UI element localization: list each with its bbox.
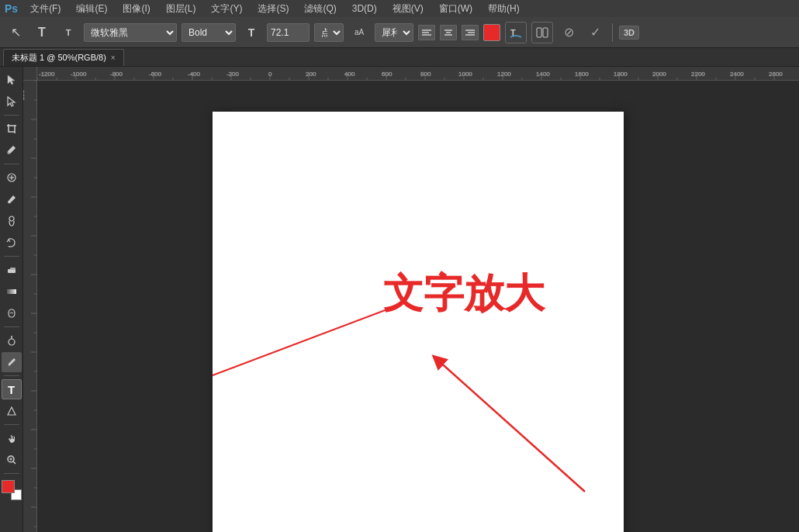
svg-text:2200: 2200 (691, 71, 705, 78)
svg-text:-200: -200 (23, 89, 26, 102)
svg-line-120 (213, 309, 387, 375)
anti-alias-select[interactable]: 犀利 (375, 23, 413, 42)
svg-rect-91 (23, 81, 37, 532)
svg-point-21 (9, 216, 14, 221)
svg-text:200: 200 (306, 71, 316, 78)
toolbar-divider (612, 23, 613, 42)
svg-point-17 (7, 152, 9, 154)
text-size-btn[interactable]: T (57, 22, 79, 43)
vertical-ruler: -200 0 (23, 81, 37, 532)
char-panel-btn[interactable] (531, 22, 553, 43)
tab-close-btn[interactable]: × (111, 54, 116, 62)
ruler-area: -1200 -1000 -800 -600 -400 (23, 67, 799, 532)
color-tools (2, 480, 22, 500)
align-center-btn[interactable] (440, 25, 457, 40)
text-tool-left-btn[interactable]: T (2, 379, 22, 399)
gradient-tool-btn[interactable] (2, 282, 22, 302)
history-brush-btn[interactable] (2, 233, 22, 253)
left-toolbar: T (0, 67, 23, 532)
tool-divider-4 (4, 326, 19, 327)
tool-divider-1 (4, 115, 19, 116)
svg-text:1000: 1000 (458, 71, 472, 78)
menu-image[interactable]: 图像(I) (119, 1, 153, 17)
menu-filter[interactable]: 滤镜(Q) (301, 1, 339, 17)
svg-point-25 (9, 339, 15, 345)
svg-text:1200: 1200 (497, 71, 511, 78)
eyedropper-tool-btn[interactable] (2, 140, 22, 161)
svg-rect-11 (543, 28, 548, 37)
hand-tool-btn[interactable] (2, 428, 22, 448)
svg-line-28 (13, 461, 16, 464)
menu-edit[interactable]: 编辑(E) (73, 1, 110, 17)
annotation-arrow (213, 112, 624, 532)
h-ruler-svg: -1200 -1000 -800 -600 -400 (37, 67, 799, 81)
main-area: T (0, 67, 799, 532)
svg-rect-12 (9, 126, 15, 132)
svg-text:-600: -600 (149, 71, 162, 78)
3d-toggle-btn[interactable]: 3D (619, 26, 639, 40)
ps-logo: Ps (5, 2, 18, 15)
svg-text:0: 0 (268, 71, 272, 78)
document-canvas[interactable]: 文字放大 (213, 112, 624, 532)
menu-text[interactable]: 文字(Y) (208, 1, 245, 17)
tool-divider-7 (4, 473, 19, 474)
svg-text:-800: -800 (110, 71, 123, 78)
font-family-select[interactable]: 微软雅黑 (84, 23, 177, 42)
zoom-tool-btn[interactable] (2, 450, 22, 470)
canvas-text[interactable]: 文字放大 (383, 267, 545, 321)
svg-text:-1000: -1000 (71, 71, 87, 78)
svg-text:800: 800 (420, 71, 431, 78)
menu-layer[interactable]: 图层(L) (163, 1, 199, 17)
align-left-btn[interactable] (418, 25, 435, 40)
canvas-scroll[interactable]: 文字放大 (37, 81, 799, 532)
menu-3d[interactable]: 3D(D) (349, 2, 380, 16)
foreground-color[interactable] (2, 480, 15, 493)
menu-help[interactable]: 帮助(H) (485, 1, 523, 17)
ruler-corner (23, 67, 37, 81)
pen-tool-btn[interactable] (2, 352, 22, 372)
svg-rect-10 (537, 28, 541, 37)
font-style-select[interactable]: Bold (182, 23, 236, 42)
path-select-left-btn[interactable] (2, 401, 22, 421)
document-tab[interactable]: 未标题 1 @ 50%(RGB/8) × (3, 49, 124, 66)
crop-tool-btn[interactable] (2, 119, 22, 139)
cancel-btn[interactable]: ⊘ (558, 22, 579, 43)
direct-select-tool-btn[interactable] (2, 92, 22, 112)
dodge-tool-btn[interactable] (2, 330, 22, 351)
menu-window[interactable]: 窗口(W) (436, 1, 476, 17)
menu-file[interactable]: 文件(F) (27, 1, 64, 17)
text-color-swatch[interactable] (483, 24, 500, 41)
align-right-btn[interactable] (462, 25, 479, 40)
font-size-input[interactable] (267, 23, 310, 42)
tool-divider-2 (4, 164, 19, 164)
svg-text:400: 400 (344, 71, 355, 78)
canvas-background: 文字放大 (108, 96, 728, 532)
tool-divider-5 (4, 375, 19, 376)
svg-rect-23 (10, 268, 16, 270)
ruler-row-top: -1200 -1000 -800 -600 -400 (23, 67, 799, 81)
clone-tool-btn[interactable] (2, 211, 22, 231)
menu-select[interactable]: 选择(S) (254, 1, 292, 17)
canvas-drawing-area: 文字放大 (37, 81, 799, 532)
horizontal-ruler: -1200 -1000 -800 -600 -400 (37, 67, 799, 81)
text-tool-btn[interactable]: T (31, 22, 53, 43)
confirm-btn[interactable]: ✓ (584, 22, 606, 43)
tool-divider-3 (4, 256, 19, 257)
move-tool-btn[interactable]: ↖ (5, 22, 26, 43)
brush-tool-btn[interactable] (2, 189, 22, 209)
svg-line-119 (438, 360, 585, 492)
svg-text:2400: 2400 (730, 71, 744, 78)
heal-tool-btn[interactable] (2, 168, 22, 188)
options-toolbar: ↖ T T 微软雅黑 Bold T 点 aA 犀利 T ⊘ ✓ 3D (0, 17, 799, 48)
blur-tool-btn[interactable] (2, 303, 22, 323)
select-tool-btn[interactable] (2, 70, 22, 90)
anti-alias-icon: aA (348, 22, 370, 43)
font-size-icon: T (240, 22, 262, 43)
warp-text-btn[interactable]: T (505, 22, 527, 43)
svg-text:-400: -400 (188, 71, 201, 78)
menu-view[interactable]: 视图(V) (389, 1, 427, 17)
font-unit-select[interactable]: 点 (314, 23, 344, 42)
svg-text:1400: 1400 (536, 71, 550, 78)
menubar: Ps 文件(F) 编辑(E) 图像(I) 图层(L) 文字(Y) 选择(S) 滤… (0, 0, 799, 17)
eraser-tool-btn[interactable] (2, 260, 22, 280)
